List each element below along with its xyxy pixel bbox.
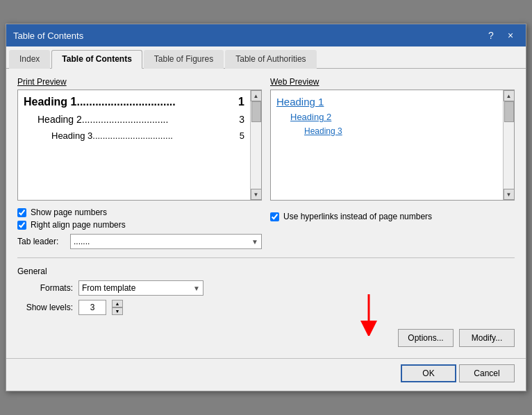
hyperlinks-row: Use hyperlinks instead of page numbers — [270, 212, 515, 221]
tab-authorities[interactable]: Table of Authorities — [225, 50, 316, 69]
formats-label: Formats: — [17, 283, 73, 293]
title-controls: ? × — [483, 28, 519, 43]
web-scroll-up-btn[interactable]: ▲ — [504, 90, 515, 101]
web-preview-content: Heading 1 Heading 2 Heading 3 — [271, 90, 503, 200]
dialog-title: Table of Contents — [13, 31, 83, 41]
show-page-numbers-checkbox[interactable] — [17, 208, 26, 217]
dialog-body: Print Preview Heading 1 ................… — [6, 69, 526, 355]
print-h3-text: Heading 3 — [51, 130, 92, 141]
print-h3-dots: ................................ — [92, 130, 239, 141]
formats-arrow-icon: ▼ — [193, 285, 200, 292]
show-page-numbers-label: Show page numbers — [31, 208, 107, 217]
print-h2-page: 3 — [239, 114, 244, 125]
tab-leader-arrow-icon: ▼ — [251, 238, 258, 246]
tabs-bar: Index Table of Contents Table of Figures… — [6, 46, 526, 69]
web-scroll-down-btn[interactable]: ▼ — [504, 189, 515, 200]
web-entry-h3[interactable]: Heading 3 — [304, 126, 497, 136]
scroll-thumb[interactable] — [251, 101, 261, 122]
print-entry-h3: Heading 3 ..............................… — [51, 130, 244, 141]
show-levels-input[interactable]: 3 — [78, 300, 106, 315]
scroll-down-btn[interactable]: ▼ — [251, 189, 262, 200]
tab-leader-label: Tab leader: — [17, 237, 66, 246]
options-button[interactable]: Options... — [398, 329, 454, 347]
general-section-label: General — [17, 266, 515, 276]
modify-button[interactable]: Modify... — [459, 329, 515, 347]
web-preview-label: Web Preview — [270, 77, 515, 87]
hyperlinks-label: Use hyperlinks instead of page numbers — [283, 212, 432, 221]
divider — [17, 257, 515, 258]
help-button[interactable]: ? — [483, 28, 499, 43]
scroll-up-btn[interactable]: ▲ — [251, 90, 262, 101]
level-up-button[interactable]: ▲ — [112, 300, 123, 307]
print-preview-box: Heading 1 ..............................… — [17, 90, 262, 201]
print-entry-h1: Heading 1 ..............................… — [24, 96, 244, 108]
print-entry-h2: Heading 2 ..............................… — [38, 114, 244, 125]
cancel-button[interactable]: Cancel — [459, 364, 515, 382]
web-scroll-thumb[interactable] — [504, 101, 514, 122]
formats-select[interactable]: From template ▼ — [78, 280, 203, 296]
options-row: Show page numbers Right align page numbe… — [17, 208, 515, 249]
formats-row: Formats: From template ▼ — [17, 280, 515, 296]
bottom-row: OK Cancel — [6, 358, 526, 391]
tab-figures[interactable]: Table of Figures — [144, 50, 224, 69]
tab-leader-value: ....... — [74, 237, 90, 246]
show-page-numbers-row: Show page numbers — [17, 208, 262, 217]
preview-row: Print Preview Heading 1 ................… — [17, 77, 515, 201]
web-scroll-track — [504, 101, 514, 189]
action-area: Options... Modify... — [17, 329, 515, 347]
general-section: General Formats: From template ▼ Show le… — [17, 266, 515, 318]
tab-leader-select[interactable]: ....... ▼ — [70, 234, 262, 249]
title-bar: Table of Contents ? × — [6, 24, 526, 46]
show-levels-row: Show levels: 3 ▲ ▼ — [17, 300, 515, 315]
right-align-row: Right align page numbers — [17, 220, 262, 230]
print-scrollbar: ▲ ▼ — [250, 90, 261, 200]
print-preview-content: Heading 1 ..............................… — [18, 90, 250, 200]
close-button[interactable]: × — [502, 28, 519, 43]
web-entry-h1[interactable]: Heading 1 — [276, 96, 497, 108]
red-arrow-annotation — [348, 294, 404, 336]
scroll-track — [251, 101, 261, 189]
tab-index[interactable]: Index — [9, 50, 50, 69]
print-preview-section: Print Preview Heading 1 ................… — [17, 77, 262, 201]
print-h1-text: Heading 1 — [24, 96, 76, 108]
web-scrollbar: ▲ ▼ — [503, 90, 514, 200]
level-spinner: ▲ ▼ — [112, 300, 123, 315]
print-preview-label: Print Preview — [17, 77, 262, 87]
print-h2-text: Heading 2 — [38, 114, 82, 125]
right-options: Use hyperlinks instead of page numbers — [270, 208, 515, 249]
show-levels-label: Show levels: — [17, 303, 73, 312]
left-options: Show page numbers Right align page numbe… — [17, 208, 262, 249]
right-align-checkbox[interactable] — [17, 221, 26, 230]
print-h1-page: 1 — [238, 96, 244, 108]
print-h1-dots: ................................ — [76, 96, 238, 108]
print-h2-dots: ................................ — [82, 114, 239, 125]
ok-button[interactable]: OK — [401, 364, 456, 382]
tab-toc[interactable]: Table of Contents — [51, 50, 142, 69]
web-preview-box: Heading 1 Heading 2 Heading 3 ▲ ▼ — [270, 90, 515, 201]
hyperlinks-checkbox[interactable] — [270, 212, 279, 221]
tab-leader-row: Tab leader: ....... ▼ — [17, 234, 262, 249]
web-preview-section: Web Preview Heading 1 Heading 2 Heading … — [270, 77, 515, 201]
web-entry-h2[interactable]: Heading 2 — [290, 112, 497, 122]
right-align-label: Right align page numbers — [31, 220, 126, 230]
dialog: Table of Contents ? × Index Table of Con… — [6, 24, 526, 391]
level-down-button[interactable]: ▼ — [112, 307, 123, 315]
formats-value: From template — [82, 283, 135, 293]
print-h3-page: 5 — [240, 130, 244, 141]
